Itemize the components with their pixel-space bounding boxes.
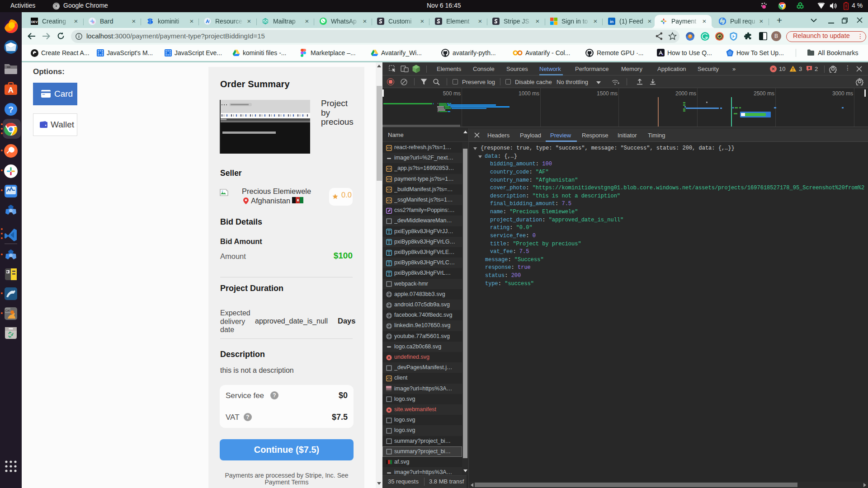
svg-text:GK: GK — [5, 309, 10, 313]
svg-text:A: A — [8, 86, 14, 94]
svg-text:in: in — [610, 19, 613, 24]
svg-text:DEV: DEV — [31, 20, 38, 23]
svg-text:?: ? — [8, 105, 14, 114]
